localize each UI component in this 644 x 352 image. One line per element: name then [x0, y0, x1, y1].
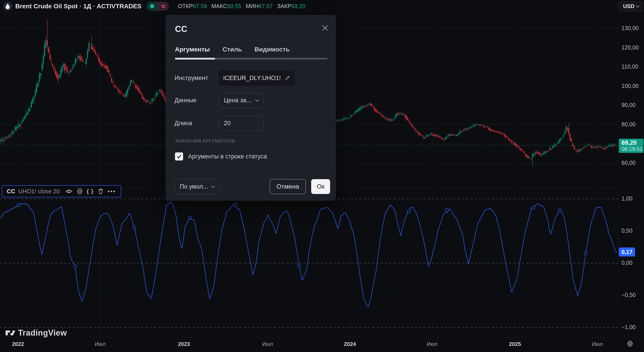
indicator-name[interactable]: CC	[7, 188, 15, 195]
ohlc-values: ОТКР67,59МАКС69,55МИН67,57ЗАКР69,20	[178, 3, 305, 9]
args-in-status-line-checkbox[interactable]: Аргументы в строке статуса	[175, 152, 267, 161]
defaults-dropdown[interactable]: По умол...	[174, 179, 220, 194]
price-tick: 80,00	[622, 121, 636, 128]
price-tick: 130,00	[622, 25, 638, 31]
time-tick-2022: 2022	[12, 341, 24, 347]
data-source-row: Данные Цена за...	[174, 93, 327, 108]
checkbox-checked-icon[interactable]	[175, 152, 183, 161]
delayed-data-indicator[interactable]: ≈	[158, 2, 169, 11]
time-tick-Июл: Июл	[95, 341, 106, 347]
indicator-tick: 1,00	[622, 195, 632, 202]
length-input[interactable]	[219, 116, 264, 131]
price-axis[interactable]: 69,20 06:19:51 0,17 130,00120,00110,0010…	[618, 0, 644, 337]
cancel-button[interactable]: Отмена	[270, 179, 306, 194]
price-tick: 90,00	[622, 102, 636, 108]
bar-countdown: 06:19:51	[622, 146, 644, 152]
edit-pencil-icon[interactable]	[284, 75, 290, 81]
source-code-icon[interactable]: { }	[87, 188, 94, 194]
indicator-tick: 0,50	[622, 227, 632, 234]
data-source-label: Данные	[174, 97, 219, 104]
chevron-down-icon	[211, 185, 215, 188]
tab-underline-track	[175, 58, 328, 60]
tab-underline-active	[175, 58, 215, 60]
checkbox-label: Аргументы в строке статуса	[188, 153, 267, 160]
instrument-row: Инструмент ICEEUR_DLY:UHO1!	[174, 70, 327, 86]
price-tick: 120,00	[622, 44, 638, 51]
tab-видимость[interactable]: Видимость	[254, 46, 290, 53]
currency-selector[interactable]: USD	[619, 1, 643, 11]
defaults-value: По умол...	[180, 183, 208, 190]
indicator-last-value: 0,17	[622, 249, 632, 255]
chevron-down-icon	[636, 5, 640, 8]
ohlc-item: МАКС69,55	[212, 3, 241, 9]
tradingview-app: { "header": { "symbol_title": "Brent Cru…	[0, 0, 644, 352]
time-tick-Июл: Июл	[426, 341, 438, 347]
indicator-tick: −0,50	[622, 292, 636, 298]
eye-icon[interactable]	[65, 187, 73, 195]
time-axis[interactable]: 2022Июл2023Июл2024Июл2025Июл	[0, 337, 644, 352]
instrument-label: Инструмент	[174, 75, 219, 82]
indicator-tick: −1,00	[622, 324, 636, 331]
data-source-value: Цена за...	[224, 97, 251, 104]
price-tick: 110,00	[622, 63, 638, 70]
delayed-data-icon: ≈	[162, 2, 165, 10]
tradingview-mark-icon	[6, 329, 16, 337]
ohlc-item: ОТКР67,59	[178, 3, 207, 9]
settings-icon[interactable]	[76, 187, 84, 195]
indicator-params: UHO1! close 20	[18, 188, 60, 195]
dialog-divider	[166, 171, 336, 172]
dialog-title: CC	[175, 24, 187, 34]
dialog-tabs: АргументыСтильВидимость	[175, 46, 290, 53]
length-row: Длина	[174, 116, 327, 131]
market-open-dot-icon	[150, 4, 154, 8]
last-price-value: 69,20	[622, 140, 644, 146]
time-tick-Июл: Июл	[262, 341, 273, 347]
ohlc-item: ЗАКР69,20	[277, 3, 306, 9]
tradingview-logo-text: TradingView	[18, 328, 67, 338]
argument-values-section-label: ЗНАЧЕНИЯ АРГУМЕНТОВ	[175, 139, 235, 144]
instrument-select-button[interactable]: ICEEUR_DLY:UHO1!	[219, 70, 295, 86]
close-icon[interactable]	[320, 23, 330, 33]
tradingview-logo[interactable]: TradingView	[6, 328, 67, 338]
tab-аргументы[interactable]: Аргументы	[175, 46, 210, 53]
time-tick-2024: 2024	[344, 341, 356, 347]
currency-label: USD	[623, 3, 634, 9]
last-price-badge: 69,20 06:19:51	[619, 139, 644, 153]
time-tick-2025: 2025	[509, 341, 521, 347]
ok-button[interactable]: Ок	[311, 179, 330, 194]
market-open-indicator[interactable]	[146, 2, 158, 11]
symbol-logo	[3, 2, 12, 11]
symbol-title[interactable]: Brent Crude Oil Spot · 1Д · ACTIVTRADES	[15, 3, 142, 10]
indicator-tick: 0,00	[622, 260, 632, 266]
indicator-settings-dialog: CC АргументыСтильВидимость Инструмент IC…	[166, 15, 336, 201]
indicator-value-badge: 0,17	[619, 247, 635, 256]
instrument-value: ICEEUR_DLY:UHO1!	[223, 75, 281, 82]
length-label: Длина	[174, 120, 219, 127]
market-status-toggle[interactable]: ≈	[146, 2, 169, 11]
indicator-legend[interactable]: CC UHO1! close 20 { } •••	[2, 185, 121, 197]
chevron-down-icon	[255, 99, 260, 102]
more-options-icon[interactable]: •••	[108, 188, 116, 194]
chart-topbar: Brent Crude Oil Spot · 1Д · ACTIVTRADES …	[0, 0, 618, 12]
dialog-footer: По умол... Отмена Ок	[174, 179, 330, 194]
ohlc-item: МИН67,57	[246, 3, 272, 9]
time-tick-Июл: Июл	[592, 341, 603, 347]
data-source-dropdown[interactable]: Цена за...	[219, 93, 264, 108]
price-tick: 100,00	[622, 83, 638, 89]
time-tick-2023: 2023	[178, 341, 190, 347]
delete-icon[interactable]	[97, 187, 104, 195]
time-axis-settings-icon[interactable]	[626, 340, 634, 348]
price-tick: 60,00	[622, 160, 636, 166]
tab-стиль[interactable]: Стиль	[222, 46, 242, 53]
oil-droplet-icon	[5, 3, 10, 9]
